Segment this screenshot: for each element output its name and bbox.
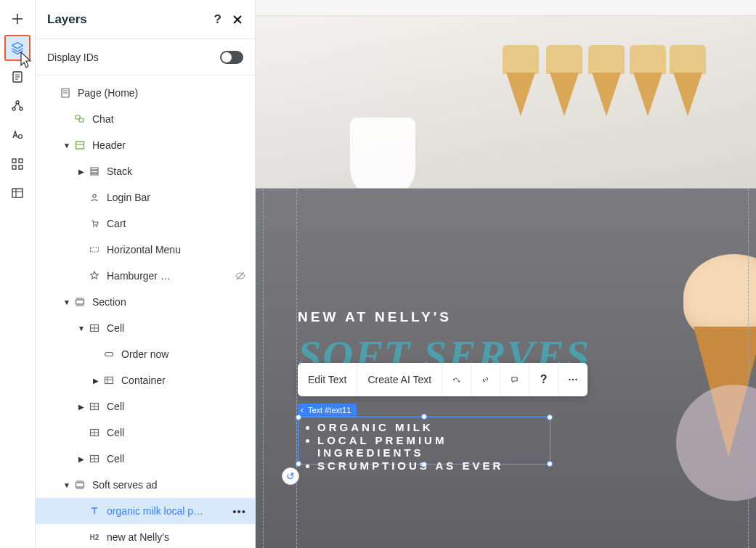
animation-icon[interactable]	[442, 363, 471, 396]
resize-handle[interactable]	[421, 462, 427, 467]
selection-badge[interactable]: Text #text11	[298, 404, 357, 417]
tree-row[interactable]: ▶Stack	[36, 158, 255, 184]
tree-row[interactable]: organic milk local p…•••	[36, 498, 255, 524]
tree-label: Page (Home)	[78, 87, 246, 99]
tree-row[interactable]: ▼Section	[36, 289, 255, 315]
cone-decor	[503, 45, 539, 125]
svg-rect-16	[91, 173, 98, 175]
tree-row[interactable]: Cart	[36, 210, 255, 237]
tree-row[interactable]: Page (Home)	[36, 80, 255, 106]
resize-handle[interactable]	[296, 461, 301, 467]
cone-decor	[670, 45, 706, 125]
comment-icon[interactable]	[500, 363, 529, 396]
typography-tool-button[interactable]	[4, 122, 31, 148]
expand-arrow[interactable]: ▼	[76, 324, 86, 332]
tree-label: Cart	[107, 218, 246, 229]
svg-rect-14	[91, 168, 98, 170]
guide-line	[296, 189, 297, 548]
create-ai-text-button[interactable]: Create AI Text	[357, 363, 442, 396]
svg-rect-24	[105, 377, 113, 384]
row-more-icon[interactable]: •••	[232, 505, 246, 518]
undo-badge[interactable]: ↺	[282, 467, 299, 485]
star-icon	[88, 271, 101, 281]
cell-icon	[88, 428, 101, 438]
expand-arrow[interactable]: ▼	[62, 481, 72, 489]
left-toolbar	[0, 0, 36, 548]
hidden-icon[interactable]	[235, 270, 246, 282]
tree-row[interactable]: ▼Cell	[36, 315, 255, 341]
tree-label: Login Bar	[107, 192, 246, 203]
tree-row[interactable]: Login Bar	[36, 184, 255, 210]
cms-tool-button[interactable]	[4, 180, 31, 206]
display-ids-toggle[interactable]	[220, 51, 243, 64]
resize-handle[interactable]	[547, 414, 553, 420]
tree-label: Section	[92, 296, 246, 308]
tree-label: organic milk local p…	[107, 505, 232, 517]
more-icon[interactable]	[558, 363, 588, 396]
resize-handle[interactable]	[296, 414, 301, 420]
hmenu-icon	[88, 245, 101, 255]
tree-row[interactable]: ▶Cell	[36, 393, 255, 420]
tree-row[interactable]: Cell	[36, 420, 255, 446]
text-icon	[88, 506, 101, 516]
svg-rect-8	[19, 165, 23, 169]
canvas-topbar	[256, 0, 756, 16]
login-icon	[88, 192, 101, 203]
display-ids-row: Display IDs	[36, 39, 255, 75]
svg-rect-13	[76, 142, 84, 149]
connections-tool-button[interactable]	[4, 93, 31, 119]
cone-decor	[588, 45, 625, 125]
tree-row[interactable]: ▼Header	[36, 132, 255, 158]
tree-row[interactable]: Order now	[36, 341, 255, 367]
edit-text-button[interactable]: Edit Text	[298, 363, 357, 396]
svg-point-19	[96, 226, 97, 227]
tree-row[interactable]: ▼Soft serves ad	[36, 472, 255, 498]
tree-label: Chat	[92, 113, 246, 125]
resize-handle[interactable]	[421, 414, 427, 420]
tree-row[interactable]: ▶Cell	[36, 446, 255, 472]
apps-tool-button[interactable]	[4, 151, 31, 177]
expand-arrow[interactable]: ▼	[62, 142, 72, 150]
svg-point-3	[20, 107, 23, 110]
tree-row[interactable]: ▶Container	[36, 367, 255, 393]
guide-line	[263, 189, 264, 548]
help-icon[interactable]: ?	[214, 12, 221, 27]
tree-label: Cell	[107, 322, 246, 334]
tree-row[interactable]: Chat	[36, 106, 255, 132]
link-icon[interactable]	[471, 363, 500, 396]
layers-panel: Layers ? Display IDs Page (Home)Chat▼Hea…	[36, 0, 256, 548]
tree-row[interactable]: Horizontal Menu	[36, 237, 255, 263]
add-button[interactable]	[4, 6, 31, 32]
pointer-cursor-icon	[17, 51, 33, 70]
hero-kicker[interactable]: NEW AT NELLY'S	[298, 309, 590, 325]
expand-arrow[interactable]: ▼	[62, 298, 72, 306]
tree-label: Cell	[107, 401, 246, 412]
cell-icon	[88, 323, 101, 333]
bullet-item: scrumptious as ever	[317, 459, 550, 472]
expand-arrow[interactable]: ▶	[76, 168, 86, 176]
tree-row[interactable]: H2new at Nelly's	[36, 524, 255, 548]
resize-handle[interactable]	[547, 461, 553, 467]
expand-arrow[interactable]: ▶	[76, 455, 86, 463]
expand-arrow[interactable]: ▶	[91, 377, 101, 385]
svg-point-33	[575, 379, 577, 380]
tree-label: new at Nelly's	[107, 531, 246, 543]
tree-label: Stack	[107, 165, 246, 177]
help-icon[interactable]: ?	[529, 363, 558, 396]
layers-tree: Page (Home)Chat▼Header▶StackLogin BarCar…	[36, 75, 255, 548]
editor-canvas[interactable]: NEW AT NELLY'S SOFT SERVES Edit Text Cre…	[256, 0, 756, 548]
tree-row[interactable]: Hamburger …	[36, 263, 255, 289]
layers-tool-button[interactable]	[4, 35, 31, 61]
display-ids-label: Display IDs	[47, 52, 220, 63]
svg-rect-23	[105, 353, 113, 356]
close-icon[interactable]	[232, 14, 243, 25]
cone-decor	[546, 45, 582, 125]
svg-point-17	[93, 195, 96, 197]
selection-box[interactable]: organic milklocal premium ingredientsscr…	[298, 417, 550, 465]
hero-bg-top	[256, 16, 756, 189]
h2-icon: H2	[88, 533, 101, 541]
bullet-item: local premium ingredients	[317, 434, 550, 459]
svg-point-1	[16, 101, 19, 104]
guide-line	[748, 189, 749, 548]
expand-arrow[interactable]: ▶	[76, 403, 86, 411]
